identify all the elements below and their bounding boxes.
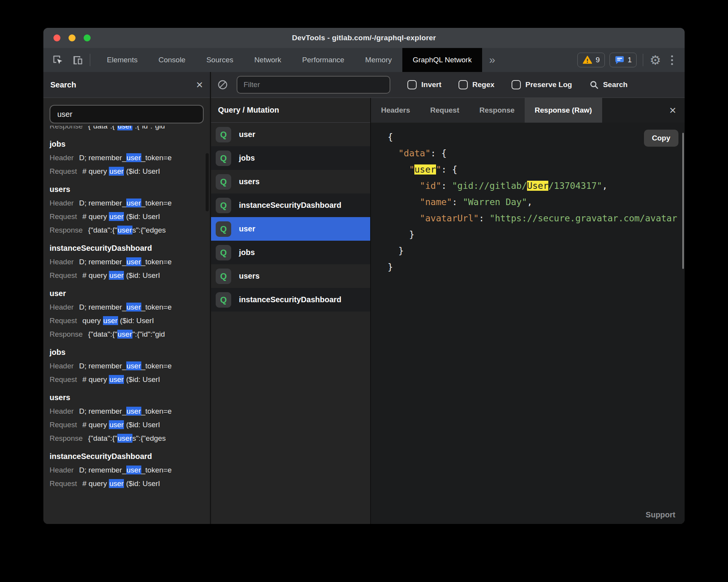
search-close-icon[interactable]: × <box>196 79 203 91</box>
search-result-line[interactable]: Request# query user ($id: UserI <box>50 373 210 386</box>
toolbar-divider <box>643 54 643 66</box>
result-line-value: {"data":{"user":{"id":"gid <box>88 126 165 130</box>
clear-icon[interactable] <box>217 79 228 90</box>
preserve-log-checkbox[interactable]: Preserve Log <box>512 80 572 89</box>
response-scrollbar[interactable] <box>682 133 684 269</box>
query-row-instancesecuritydashboard[interactable]: QinstanceSecurityDashboard <box>211 288 370 312</box>
search-match-highlight: user <box>126 153 141 162</box>
search-result-line[interactable]: HeaderD; remember_user_token=e <box>50 404 210 418</box>
result-line-label: Header <box>50 303 74 311</box>
settings-gear-icon[interactable]: ⚙ <box>649 54 661 67</box>
result-line-label: Request <box>50 167 77 175</box>
search-result-title[interactable]: users <box>50 183 210 196</box>
messages-badge[interactable]: 1 <box>610 53 637 67</box>
search-match-highlight: user <box>109 167 124 176</box>
result-line-label: Header <box>50 362 74 370</box>
zoom-window-button[interactable] <box>84 34 91 41</box>
tab-memory[interactable]: Memory <box>355 48 402 72</box>
window-title: DevTools - gitlab.com/-/graphql-explorer <box>292 34 436 42</box>
search-result-line[interactable]: Requestquery user ($id: UserI <box>50 314 210 327</box>
result-line-value: # query user ($id: UserI <box>82 375 160 384</box>
close-window-button[interactable] <box>53 34 60 41</box>
search-result-line[interactable]: HeaderD; remember_user_token=e <box>50 196 210 210</box>
result-line-value: {"data":{"user":{"id":"gid <box>88 330 165 339</box>
search-result-line[interactable]: Response{"data":{"user":{"id":"gid <box>50 126 210 133</box>
query-row-label: instanceSecurityDashboard <box>239 295 342 304</box>
network-filter-bar: Invert Regex Preserve Log <box>211 72 685 98</box>
search-toggle[interactable]: Search <box>589 80 627 90</box>
search-result-line[interactable]: Request# query user ($id: UserI <box>50 477 210 490</box>
regex-checkbox[interactable]: Regex <box>458 80 494 89</box>
json-line: { <box>388 129 685 145</box>
search-result-line[interactable]: Request# query user ($id: UserI <box>50 210 210 223</box>
preserve-log-label: Preserve Log <box>525 80 572 89</box>
search-result-line[interactable]: HeaderD; remember_user_token=e <box>50 463 210 477</box>
more-tabs-icon[interactable]: » <box>482 48 502 72</box>
search-result-line[interactable]: Request# query user ($id: UserI <box>50 164 210 178</box>
query-row-instancesecuritydashboard[interactable]: QinstanceSecurityDashboard <box>211 193 370 217</box>
result-line-value: # query user ($id: UserI <box>82 271 160 280</box>
checkbox-icon[interactable] <box>458 80 468 89</box>
tab-network[interactable]: Network <box>244 48 292 72</box>
json-line: "id": "gid://gitlab/User/13704317", <box>388 178 685 194</box>
search-result-title[interactable]: instanceSecurityDashboard <box>50 241 210 255</box>
tab-console[interactable]: Console <box>148 48 196 72</box>
query-row-users[interactable]: Qusers <box>211 264 370 288</box>
search-result-line[interactable]: Request# query user ($id: UserI <box>50 269 210 282</box>
kebab-menu-icon[interactable] <box>670 54 675 67</box>
search-result-title[interactable]: users <box>50 391 210 404</box>
tab-sources[interactable]: Sources <box>196 48 244 72</box>
tab-graphql-network[interactable]: GraphQL Network <box>402 48 482 72</box>
query-row-users[interactable]: Qusers <box>211 170 370 193</box>
minimize-window-button[interactable] <box>69 34 76 41</box>
detail-tab-headers[interactable]: Headers <box>371 98 420 123</box>
search-result-line[interactable]: HeaderD; remember_user_token=e <box>50 255 210 269</box>
search-result-line[interactable]: Request# query user ($id: UserI <box>50 418 210 431</box>
toolbar-divider <box>90 54 90 66</box>
detail-tab-response-raw[interactable]: Response (Raw) <box>525 98 602 123</box>
checkbox-icon[interactable] <box>407 80 417 89</box>
detail-tab-response[interactable]: Response <box>469 98 525 123</box>
query-row-jobs[interactable]: Qjobs <box>211 241 370 264</box>
search-result-title[interactable]: jobs <box>50 137 210 151</box>
search-result-title[interactable]: jobs <box>50 346 210 359</box>
search-input[interactable] <box>50 105 204 123</box>
search-scrollbar[interactable] <box>206 153 209 211</box>
search-result-line[interactable]: Response{"data":{"user":{"id":"gid <box>50 327 210 341</box>
json-match-highlight: user <box>414 164 436 175</box>
search-result-title[interactable]: instanceSecurityDashboard <box>50 450 210 463</box>
device-toolbar-icon[interactable] <box>72 48 84 72</box>
detail-close-icon[interactable]: × <box>669 104 676 116</box>
copy-button[interactable]: Copy <box>644 130 679 147</box>
detail-tab-request[interactable]: Request <box>420 98 469 123</box>
warnings-badge[interactable]: 9 <box>577 53 605 67</box>
query-row-user[interactable]: Quser <box>211 217 370 241</box>
search-result-title[interactable]: user <box>50 287 210 300</box>
result-line-label: Request <box>50 271 77 279</box>
json-line: } <box>388 243 685 259</box>
support-link[interactable]: Support <box>646 510 675 519</box>
search-match-highlight: user <box>109 271 124 280</box>
search-result-line[interactable]: Response{"data":{"users":{"edges <box>50 223 210 237</box>
search-result-line[interactable]: Response{"data":{"users":{"edges <box>50 431 210 445</box>
checkbox-icon[interactable] <box>512 80 521 89</box>
query-row-jobs[interactable]: Qjobs <box>211 146 370 170</box>
result-line-value: # query user ($id: UserI <box>82 212 160 221</box>
query-row-user[interactable]: Quser <box>211 123 370 146</box>
titlebar: DevTools - gitlab.com/-/graphql-explorer <box>43 28 685 48</box>
search-match-highlight: user <box>117 434 132 443</box>
tab-performance[interactable]: Performance <box>292 48 355 72</box>
invert-checkbox[interactable]: Invert <box>407 80 441 89</box>
search-panel-title: Search <box>50 80 76 89</box>
search-match-highlight: user <box>117 226 132 235</box>
search-result-line[interactable]: HeaderD; remember_user_token=e <box>50 359 210 373</box>
filter-input[interactable] <box>237 76 390 94</box>
inspect-element-icon[interactable] <box>52 48 64 72</box>
result-line-value: {"data":{"users":{"edges <box>88 434 166 443</box>
search-input-wrap <box>43 98 210 126</box>
json-line: "data": { <box>388 145 685 161</box>
message-count: 1 <box>628 56 632 64</box>
search-result-line[interactable]: HeaderD; remember_user_token=e <box>50 151 210 164</box>
tab-elements[interactable]: Elements <box>96 48 148 72</box>
search-result-line[interactable]: HeaderD; remember_user_token=e <box>50 300 210 314</box>
